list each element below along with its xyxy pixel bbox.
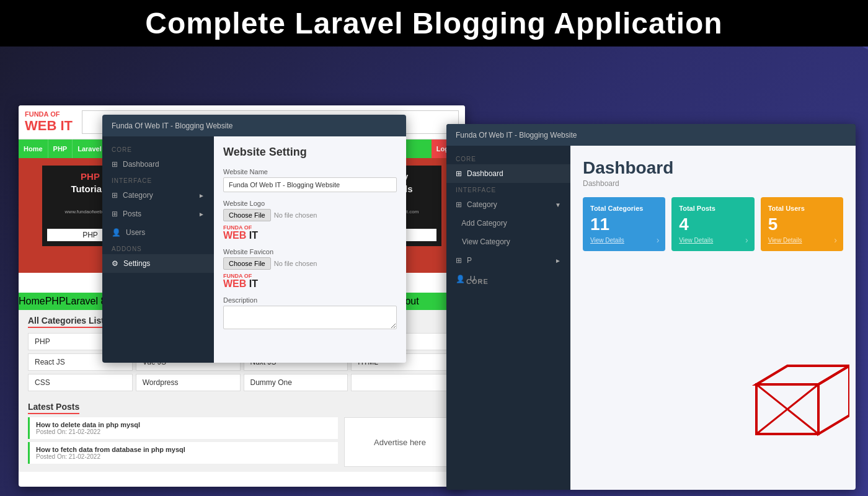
settings-dashboard-icon: ⊞ (112, 160, 118, 169)
cat-dummy-one[interactable]: Dummy One (244, 374, 348, 391)
admin-sidebar: CORE ⊞ Dashboard INTERFACE ⊞ Category ▼ … (446, 146, 570, 490)
nav-home[interactable]: Home (19, 140, 48, 158)
sidebar-add-category-label: Add Category (456, 219, 507, 228)
cat-css[interactable]: CSS (28, 374, 133, 391)
stat-posts-link[interactable]: View Details (679, 237, 746, 244)
settings-sidebar-category[interactable]: ⊞ Category ► (102, 186, 214, 205)
core-label: CORE (446, 152, 570, 164)
sidebar-category[interactable]: ⊞ Category ▼ (446, 195, 570, 214)
settings-gear-icon: ⚙ (112, 259, 118, 268)
main-title: Complete Laravel Blogging Application (145, 6, 722, 40)
favicon-file-row: Choose File No file chosen (223, 257, 397, 270)
stat-posts-arrow: › (745, 235, 748, 245)
stat-categories-label: Total Categories (590, 205, 658, 212)
sidebar-add-category[interactable]: Add Category (446, 214, 570, 232)
posts-icon: ⊞ (456, 256, 462, 265)
sidebar-dashboard-label: Dashboard (467, 169, 503, 178)
top-banner: Complete Laravel Blogging Application (0, 0, 868, 46)
settings-sidebar-users-label: Users (126, 228, 145, 237)
svg-marker-2 (818, 366, 849, 434)
stat-users: Total Users 5 View Details › (761, 197, 843, 251)
logo-top: FUNDA OF (25, 110, 73, 118)
settings-form-title: Website Setting (223, 146, 397, 159)
stat-posts-value: 4 (679, 215, 746, 234)
logo-file-row: Choose File No file chosen (223, 209, 397, 221)
red-box-decoration (725, 335, 849, 459)
settings-posts-icon: ⊞ (112, 210, 118, 218)
sidebar-posts-label: P (467, 256, 472, 265)
interface-label: INTERFACE (446, 183, 570, 195)
favicon-group: Website Favicon Choose File No file chos… (223, 248, 397, 289)
settings-topbar-title: Funda Of Web IT - Blogging Website (112, 122, 232, 130)
posts-layout: How to delete data in php mysql Posted O… (28, 417, 456, 467)
post-date-1: Posted On: 21-02-2022 (36, 428, 332, 435)
logo-preview: FUNDA OF WEB IT (223, 224, 397, 241)
stat-posts: Total Posts 4 View Details › (671, 197, 754, 251)
nav2-home[interactable]: Home (19, 296, 45, 307)
logo-no-file: No file chosen (274, 211, 317, 219)
logo-choose-file-btn[interactable]: Choose File (223, 209, 271, 221)
website-name-input[interactable] (223, 177, 397, 192)
dashboard-icon: ⊞ (456, 169, 462, 178)
stats-row: Total Categories 11 View Details › Total… (583, 197, 843, 251)
logo-group: Website Logo Choose File No file chosen … (223, 200, 397, 241)
nav2-php[interactable]: PHP (45, 296, 66, 307)
settings-cat-arrow: ► (198, 192, 205, 199)
settings-interface-label: INTERFACE (102, 174, 214, 186)
favicon-no-file: No file chosen (274, 260, 317, 267)
logo-it: IT (60, 118, 73, 133)
settings-addons-label: ADDONS (102, 242, 214, 254)
settings-sidebar-posts[interactable]: ⊞ Posts ► (102, 205, 214, 223)
settings-sidebar-settings[interactable]: ⚙ Settings (102, 254, 214, 273)
post-item-2[interactable]: How to fetch data from database in php m… (28, 442, 338, 464)
admin-topbar: Funda Of Web IT - Blogging Website (446, 124, 856, 146)
stat-users-link[interactable]: View Details (768, 237, 836, 244)
stat-categories-link[interactable]: View Details (590, 237, 658, 244)
website-name-label: Website Name (223, 168, 397, 175)
dashboard-title: Dashboard (583, 158, 843, 178)
settings-main: Website Setting Website Name Website Log… (214, 136, 406, 363)
nav-php[interactable]: PHP (48, 140, 73, 158)
favicon-preview: FUNDA OF WEB IT (223, 273, 397, 289)
post-title-1: How to delete data in php mysql (36, 421, 332, 428)
logo-bottom: WEB IT (25, 118, 73, 134)
settings-sidebar-users[interactable]: 👤 Users (102, 223, 214, 242)
admin-topbar-title: Funda Of Web IT - Blogging Website (456, 131, 577, 140)
sidebar-dashboard[interactable]: ⊞ Dashboard (446, 164, 570, 183)
latest-posts-title: Latest Posts (28, 402, 79, 414)
logo-web: WEB (25, 118, 56, 133)
settings-users-icon: 👤 (112, 228, 121, 237)
description-textarea[interactable] (223, 306, 397, 329)
favicon-choose-file-btn[interactable]: Choose File (223, 257, 271, 270)
settings-sidebar: CORE ⊞ Dashboard INTERFACE ⊞ Category ► … (102, 136, 214, 363)
sidebar-view-category[interactable]: View Category (446, 232, 570, 251)
settings-sidebar-dashboard[interactable]: ⊞ Dashboard (102, 155, 214, 174)
cat-empty (351, 374, 456, 391)
settings-sidebar-posts-label: Posts (123, 210, 141, 218)
settings-panel: Funda Of Web IT - Blogging Website CORE … (102, 115, 406, 363)
sidebar-posts[interactable]: ⊞ P ► (446, 251, 570, 270)
stat-users-arrow: › (834, 235, 837, 245)
sidebar-users[interactable]: 👤 U... (446, 270, 570, 288)
stat-categories: Total Categories 11 View Details › (583, 197, 665, 251)
favicon-label: Website Favicon (223, 248, 397, 255)
blog-logo: FUNDA OF WEB IT (25, 110, 73, 134)
description-label: Description (223, 296, 397, 304)
advertise-side: Advertise here (344, 417, 456, 467)
cat-wordpress[interactable]: Wordpress (136, 374, 241, 391)
settings-topbar: Funda Of Web IT - Blogging Website (102, 115, 406, 136)
posts-arrow: ► (555, 257, 561, 264)
latest-posts-section: Latest Posts How to delete data in php m… (19, 396, 465, 472)
stat-posts-label: Total Posts (679, 205, 746, 212)
post-date-2: Posted On: 21-02-2022 (36, 453, 332, 460)
settings-cat-icon: ⊞ (112, 191, 118, 200)
nav2-laravel[interactable]: Laravel 8 (66, 296, 107, 307)
posts-list: How to delete data in php mysql Posted O… (28, 417, 338, 467)
dashboard-breadcrumb: Dashboard (583, 179, 843, 188)
settings-posts-arrow: ► (198, 211, 205, 218)
post-item-1[interactable]: How to delete data in php mysql Posted O… (28, 417, 338, 439)
stat-categories-arrow: › (657, 235, 660, 245)
category-arrow: ▼ (555, 202, 561, 208)
categories-title: All Categories List (28, 316, 104, 328)
stat-users-value: 5 (768, 215, 836, 234)
